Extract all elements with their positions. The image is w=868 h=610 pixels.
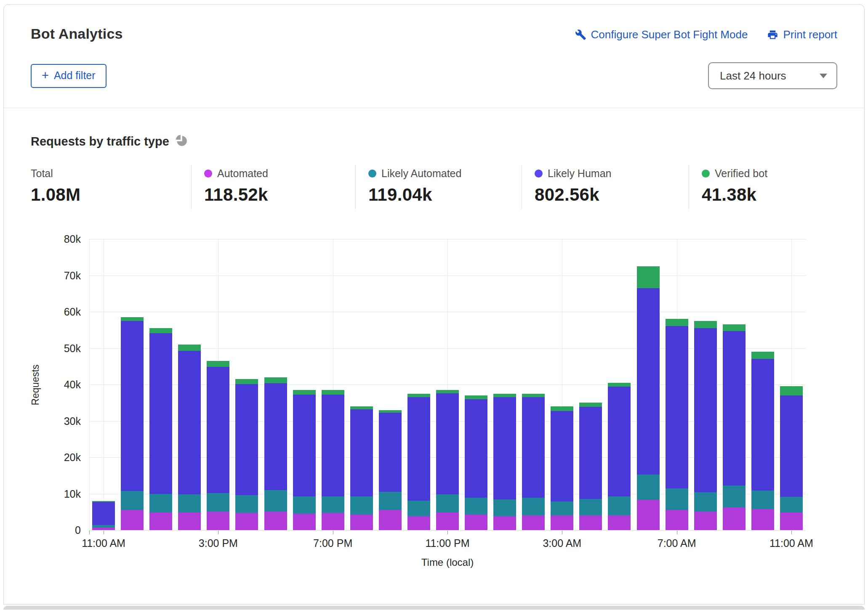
bar-500pm[interactable] [264,377,287,530]
bar-segment-likely-human [207,367,229,493]
bar-segment-likely-human [436,393,459,494]
chevron-down-icon [820,74,827,78]
bar-segment-verified-bot [407,394,430,398]
configure-super-bot-fight-mode-link[interactable]: Configure Super Bot Fight Mode [575,28,748,41]
verified-bot-legend-dot [702,170,710,178]
bar-segment-automated [407,516,430,530]
bar-segment-likely-automated [350,496,373,514]
bar-segment-automated [379,510,402,530]
bar-segment-likely-automated [379,492,402,510]
bar-900am[interactable] [723,324,746,530]
x-tick-label: 11:00 PM [425,537,469,549]
stat-total-value: 1.08M [31,185,191,205]
header: Bot Analytics Configure Super Bot Fight … [4,5,864,108]
bar-800am[interactable] [694,321,717,530]
stat-likely-automated-value: 119.04k [368,185,522,205]
bar-1200pm[interactable] [121,317,144,530]
bar-700pm[interactable] [322,390,344,530]
y-tick-label: 70k [64,270,81,282]
bar-600am[interactable] [637,266,660,530]
y-tick-label: 10k [64,488,81,500]
bar-segment-likely-automated [149,494,172,512]
x-tick-label: 7:00 PM [313,537,352,549]
print-report-link[interactable]: Print report [767,28,837,41]
bar-200pm[interactable] [178,345,201,530]
stat-automated-value: 118.52k [204,185,355,205]
bar-segment-likely-human [579,407,602,499]
time-range-select[interactable]: Last 24 hours [708,62,837,89]
bar-400am[interactable] [579,403,602,530]
stat-total-label: Total [31,167,53,180]
bar-segment-verified-bot [694,321,717,328]
bar-500am[interactable] [608,383,631,530]
bar-segment-automated [264,512,287,530]
bar-1100am[interactable] [92,501,115,530]
x-tick-label: 7:00 AM [658,537,696,549]
bar-400pm[interactable] [235,379,258,530]
bar-700am[interactable] [666,319,688,530]
bar-segment-automated [92,528,115,530]
bar-1100am[interactable] [780,386,803,530]
bar-segment-verified-bot [666,319,688,326]
x-tick-label: 3:00 AM [543,537,581,549]
bar-1100pm[interactable] [436,390,459,530]
likely-automated-legend-dot [368,170,376,178]
y-tick-label: 80k [64,233,81,245]
bar-segment-automated [121,510,144,530]
bar-1200am[interactable] [465,395,487,530]
bar-segment-likely-human [407,397,430,501]
bar-segment-automated [293,514,316,530]
add-filter-label: Add filter [54,69,96,82]
y-tick-label: 50k [64,342,81,355]
bar-segment-likely-human [92,502,115,525]
bar-segment-likely-human [178,351,201,495]
bar-100pm[interactable] [149,328,172,530]
bar-1000am[interactable] [751,352,774,530]
bar-segment-likely-automated [551,501,573,516]
bar-300pm[interactable] [207,361,229,530]
bar-800pm[interactable] [350,406,373,530]
bar-segment-likely-automated [608,496,631,515]
bar-segment-automated [666,510,688,530]
bar-segment-likely-automated [436,494,459,512]
bar-segment-automated [436,512,459,530]
bar-300am[interactable] [551,406,573,530]
bar-segment-likely-automated [666,488,688,510]
bar-segment-verified-bot [178,345,201,351]
add-filter-button[interactable]: + Add filter [31,64,107,88]
bar-segment-likely-human [293,395,316,496]
bar-segment-verified-bot [637,266,660,288]
configure-link-label: Configure Super Bot Fight Mode [591,28,748,41]
bar-segment-verified-bot [465,395,487,400]
bar-segment-verified-bot [264,377,287,383]
bar-segment-likely-human [350,409,373,497]
bar-segment-automated [207,512,229,530]
bar-segment-likely-automated [465,498,487,515]
bar-segment-likely-human [551,411,573,501]
stat-total: Total 1.08M [31,165,191,209]
bar-segment-verified-bot [293,390,316,395]
bar-segment-automated [551,515,573,530]
wrench-icon [575,29,586,40]
section-title: Requests by traffic type [31,135,169,149]
x-tick-label: 3:00 PM [199,537,238,549]
bar-segment-likely-automated [178,494,201,512]
bar-segment-likely-automated [407,501,430,516]
bar-1000pm[interactable] [407,394,430,530]
bar-600pm[interactable] [293,390,316,530]
bar-segment-likely-human [522,397,545,498]
bar-segment-verified-bot [579,403,602,407]
bar-100am[interactable] [493,394,516,530]
bar-200am[interactable] [522,394,545,530]
stat-verified-bot-label: Verified bot [715,167,767,180]
bar-segment-automated [522,515,545,530]
bar-segment-automated [322,513,344,530]
bar-segment-verified-bot [751,352,774,359]
printer-icon [767,29,778,40]
bar-segment-automated [780,512,803,530]
bar-segment-likely-human [493,397,516,499]
bar-900pm[interactable] [379,410,402,530]
bar-segment-verified-bot [235,379,258,384]
bar-segment-likely-automated [264,490,287,512]
bar-segment-verified-bot [379,410,402,413]
